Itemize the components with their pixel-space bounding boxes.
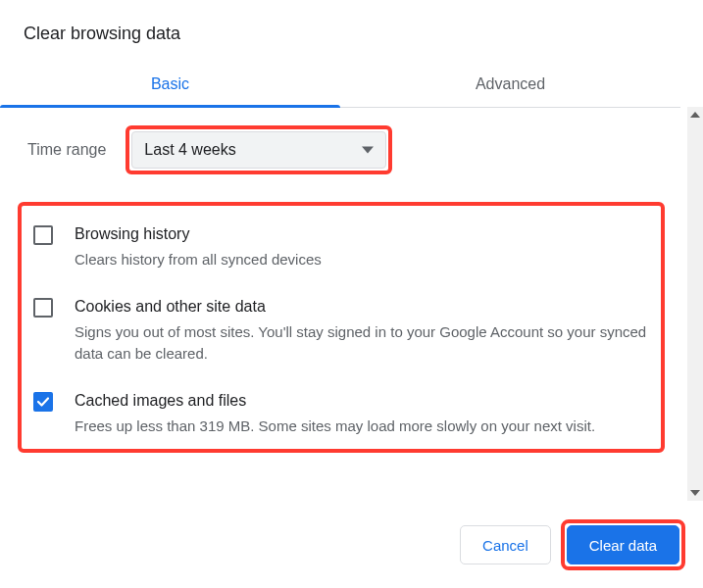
time-range-value: Last 4 weeks (144, 141, 235, 159)
cancel-button[interactable]: Cancel (460, 525, 551, 564)
tab-basic[interactable]: Basic (0, 64, 340, 107)
option-desc: Frees up less than 319 MB. Some sites ma… (75, 416, 651, 437)
scroll-up-icon[interactable] (687, 107, 703, 122)
time-range-label: Time range (24, 141, 106, 159)
time-range-row: Time range Last 4 weeks (24, 125, 673, 174)
checkbox-browsing-history[interactable] (33, 225, 53, 245)
scroll-down-icon[interactable] (687, 485, 703, 501)
chevron-down-icon (362, 144, 374, 156)
time-range-select[interactable]: Last 4 weeks (131, 131, 386, 169)
option-text: Cached images and files Frees up less th… (75, 390, 651, 437)
dialog-buttons: Cancel Clear data (460, 519, 685, 570)
checkbox-cached[interactable] (33, 392, 53, 412)
clear-data-button[interactable]: Clear data (567, 525, 679, 564)
clear-browsing-data-dialog: Clear browsing data Basic Advanced Time … (0, 0, 703, 588)
option-cookies: Cookies and other site data Signs you ou… (27, 288, 655, 382)
option-title: Browsing history (75, 223, 651, 245)
option-desc: Signs you out of most sites. You'll stay… (75, 321, 651, 365)
highlight-box-time-range: Last 4 weeks (126, 125, 392, 174)
option-text: Cookies and other site data Signs you ou… (75, 296, 651, 365)
option-browsing-history: Browsing history Clears history from all… (27, 216, 655, 288)
checkbox-cookies[interactable] (33, 298, 53, 318)
tabs: Basic Advanced (0, 64, 680, 108)
highlight-box-options: Browsing history Clears history from all… (18, 202, 665, 453)
tab-advanced[interactable]: Advanced (340, 64, 680, 107)
content-area: Time range Last 4 weeks Browsing history… (0, 108, 680, 453)
option-desc: Clears history from all synced devices (75, 249, 651, 270)
option-text: Browsing history Clears history from all… (75, 223, 651, 270)
option-title: Cookies and other site data (75, 296, 651, 318)
option-cached: Cached images and files Frees up less th… (27, 382, 655, 443)
scrollbar[interactable] (687, 107, 703, 501)
scrollbar-thumb[interactable] (687, 122, 703, 505)
option-title: Cached images and files (75, 390, 651, 412)
dialog-title: Clear browsing data (0, 0, 703, 64)
highlight-box-clear-button: Clear data (561, 519, 685, 570)
